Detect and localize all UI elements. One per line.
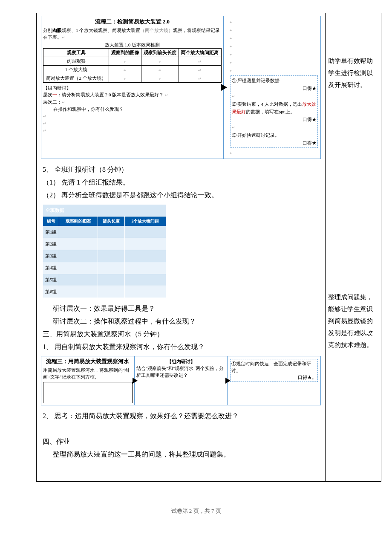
side-note-1: 助学单有效帮助学生进行检测以及开展研讨。 [328,55,378,91]
level2-label: 层次二： [43,99,62,104]
arrow-right-icon [221,84,227,91]
class-data-table: 全班数据 组号 观察到的图案 箭头长度 2个放大镜间距 第1组 第2组 第3组 … [43,204,166,298]
level2-text: 在操作和观察中，你有什么发现？ [43,106,222,113]
section-4: 四、作业 [43,435,319,448]
right-item-1: ① 严谨测量并记录数据 [232,77,317,84]
class-th-3: 2个放大镜间距 [124,217,166,226]
right-item-2: ② 实验结束，4 人比对数据，选出放大效果最好的数据，填写在ppt 上。 [232,100,317,116]
flow3-col-3: ①规定时间内快速、全面完成记录和研讨。 口得★。 [228,356,320,405]
right-item-3: ③ 开始快速研讨记录。 [232,131,317,139]
record-box [43,382,133,403]
class-row-1: 第2组 [43,238,59,250]
footer-mid: 页，共 [192,508,211,514]
check-1: 口得★ [232,84,317,92]
level1-underline: 一 [52,92,57,97]
flow3-col3-box: ①规定时间内快速、全面完成记录和研讨。 口得★。 [230,359,318,382]
effect-row-1: 1 个放大镜 [43,66,109,74]
section-3-1: 1、 用自制简易放大装置来观察河水，你有什么发现？ [43,341,319,353]
section-4-text: 整理简易放大装置的这一工具的问题，将其整理成问题集。 [43,448,319,461]
check-3: 口得★ [232,139,317,147]
flow2-desc-bold: 肉眼 [52,28,62,33]
flow3-col1-text: 用简易放大装置观察河水，将观察到的"图画+文字"记录在下列方框。 [43,367,133,380]
flow3-col-2: 【组内研讨】 结合"观察箭头"和"观察河水"两个实验，分析工具哪里还需要改进？ [135,356,228,405]
side-column: 助学单有效帮助学生进行检测以及开展研讨。 整理成问题集，能够让学生意识到简易显微… [326,13,381,481]
effect-th-2: 观察到箭头长度 [141,49,179,57]
class-th-0: 组号 [43,217,59,226]
flow2-title: 流程二：检测简易放大装置 2.0 [43,18,222,26]
class-th-1: 观察到的图案 [59,217,98,226]
item-2: 2、 思考：运用简易放大装置观察，效果好么？还需要怎么改进？ [43,410,319,422]
flow2-box: 流程二：检测简易放大装置 2.0 分别肉眼观察、1 个放大镜观察、简易放大装置（… [41,16,321,159]
group-title: 【组内研讨】 [43,84,222,91]
effect-th-1: 观察到的图像 [109,49,141,57]
main-column: 流程二：检测简易放大装置 2.0 分别肉眼观察、1 个放大镜观察、简易放大装置（… [37,13,326,481]
effect-th-0: 观察工具 [43,49,109,57]
flow3-col2-text: 结合"观察箭头"和"观察河水"两个实验，分析工具哪里还需要改进？ [136,365,226,379]
effect-caption: 放大装置 1.0 版本效果检测 [43,42,222,48]
check-2: 口得★ [232,116,317,123]
flow2-left: 流程二：检测简易放大装置 2.0 分别肉眼观察、1 个放大镜观察、简易放大装置（… [41,16,224,159]
effect-table: 观察工具 观察到的图像 观察到箭头长度 两个放大镜间距离 肉眼观察↵↵↵ 1 个… [43,48,222,83]
body-block-1: 5、 全班汇报研讨（8 分钟） （1） 先请 1 个组汇报结果。 （2） 再分析… [37,163,325,202]
flow2-desc: 分别肉眼观察、1 个放大镜观察、简易放大装置（两个放大镜）观察，将观察结果记录在… [43,27,222,41]
level1: 层次一：请分析简易放大装置 2.0 版本是否放大效果最好？ ↵ [43,91,222,98]
class-row-2: 第3组 [43,250,59,262]
class-row-4: 第5组 [43,274,59,286]
flow2-desc-prefix: 分别 [43,28,52,33]
discuss-1: 研讨层次一：效果最好得工具是？ [43,302,319,315]
body-block-3: 2、 思考：运用简易放大装置观察，效果好么？还需要怎么改进？ 四、作业 整理简易… [37,410,325,461]
flow3-col-1: 流程三：用简易放大装置观察河水 用简易放大装置观察河水，将观察到的"图画+文字"… [41,356,135,405]
item-5-2: （2） 再分析全班得数据是不是都跟这个小组得结论一致。 [43,189,319,202]
level1-label: 层次 [43,92,52,97]
effect-row-2: 简易放大装置（2 个放大镜） [43,74,109,83]
flow2-desc-mid: 观察、1 个放大镜观察、简易放大装置 [62,28,140,33]
right-item-2-suf: 的数据，填写在ppt 上。 [246,109,295,114]
effect-th-3: 两个放大镜间距离 [179,49,221,57]
page-footer: 试卷第 2 页，共 7 页 [0,507,392,515]
flow3-check: 口得★。 [231,374,317,381]
flow2-right: ↵ ↵ ↵ ↵ ↵ ↵ ↵ ① 严谨测量并记录数据 口得★ ↵ ② 实验结束，4… [224,16,320,159]
flow2-right-list: ① 严谨测量并记录数据 口得★ ↵ ② 实验结束，4 人比对数据，选出放大效果最… [231,75,318,148]
flow2-notes: 【组内研讨】 层次一：请分析简易放大装置 2.0 版本是否放大效果最好？ ↵ 层… [43,84,222,134]
side-note-2: 整理成问题集，能够让学生意识到简易显微镜的发明是有难以攻克的技术难题。 [328,291,378,351]
page-frame: 流程二：检测简易放大装置 2.0 分别肉眼观察、1 个放大镜观察、简易放大装置（… [36,13,381,482]
section-3: 三、用简易放大装置观察河水（5 分钟） [43,328,319,341]
class-row-0: 第1组 [43,226,59,238]
right-item-2-pre: ② 实验结束，4 人比对数据，选出 [232,101,302,107]
body-block-2: 研讨层次一：效果最好得工具是？ 研讨层次二：操作和观察过程中，有什么发现？ 三、… [37,302,325,353]
class-row-5: 第6组 [43,286,59,298]
arrow-icon-2 [225,378,231,384]
effect-row-0: 肉眼观察 [43,57,109,66]
class-th-2: 箭头长度 [98,217,124,226]
footer-suffix: 页 [214,508,221,514]
class-data-title: 全班数据 [43,205,166,217]
item-5-1: （1） 先请 1 个组汇报结果。 [43,176,319,189]
arrow-icon-1 [133,378,138,384]
flow3-title: 流程三：用简易放大装置观察河水 [43,358,133,365]
footer-prefix: 试卷第 [171,508,189,514]
discuss-2: 研讨层次二：操作和观察过程中，有什么发现？ [43,315,319,328]
flow2-desc-gray: （两个放大镜） [140,28,173,33]
item-5: 5、 全班汇报研讨（8 分钟） [43,163,319,176]
flow3-box: 流程三：用简易放大装置观察河水 用简易放大装置观察河水，将观察到的"图画+文字"… [41,356,321,405]
flow3-col3-1: ①规定时间内快速、全面完成记录和研讨。 [231,360,317,374]
level1-text: ：请分析简易放大装置 2.0 版本是否放大效果最好？ [57,92,164,97]
flow3-col2-title: 【组内研讨】 [136,358,226,365]
class-row-3: 第4组 [43,262,59,274]
level2: 层次二：↵ [43,98,222,106]
